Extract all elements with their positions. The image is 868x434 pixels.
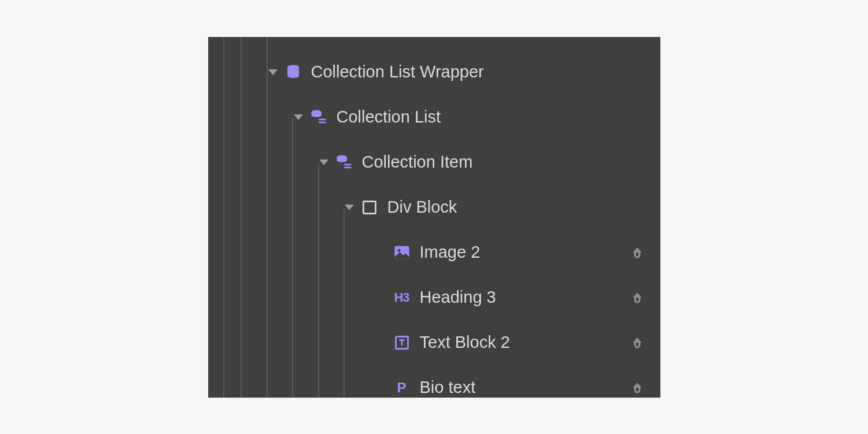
tree-node-collection-list[interactable]: Collection List [208, 95, 660, 140]
navigator-panel: Collection List Wrapper Collection List … [208, 37, 660, 398]
node-label: Bio text [420, 378, 476, 397]
node-label: Collection Item [362, 153, 473, 172]
svg-point-9 [397, 248, 400, 251]
chevron-down-icon[interactable] [294, 114, 303, 120]
node-label: Collection List Wrapper [311, 62, 484, 81]
node-label: Text Block 2 [420, 333, 510, 352]
tree-node-collection-list-wrapper[interactable]: Collection List Wrapper [208, 50, 660, 95]
image-icon [392, 243, 412, 262]
tree-node-text-block-2[interactable]: Text Block 2 [208, 320, 660, 365]
chevron-down-icon[interactable] [268, 69, 278, 75]
database-icon [283, 62, 303, 82]
tree-node-heading-3[interactable]: H3 Heading 3 [208, 275, 660, 320]
database-list-icon [334, 153, 354, 172]
binding-icon[interactable] [628, 333, 647, 352]
tree-node-bio-text[interactable]: P Bio text [208, 365, 660, 398]
chevron-down-icon[interactable] [345, 205, 354, 210]
node-label: Heading 3 [420, 288, 496, 307]
tree-node-div-block[interactable]: Div Block [208, 185, 660, 230]
text-block-icon [392, 333, 412, 353]
element-tree: Collection List Wrapper Collection List … [208, 37, 660, 398]
svg-rect-5 [344, 164, 352, 165]
svg-rect-2 [319, 118, 326, 120]
node-label: Image 2 [420, 243, 481, 262]
h3-icon: H3 [392, 288, 412, 307]
binding-icon[interactable] [628, 288, 647, 307]
binding-icon[interactable] [628, 243, 647, 262]
svg-rect-7 [363, 201, 375, 213]
chevron-down-icon[interactable] [319, 159, 328, 165]
node-label: Div Block [387, 198, 457, 217]
box-icon [360, 198, 379, 217]
database-list-icon [309, 107, 328, 127]
node-label: Collection List [337, 107, 441, 127]
tree-node-image-2[interactable]: Image 2 [208, 230, 660, 275]
svg-rect-3 [319, 121, 326, 123]
svg-rect-6 [344, 166, 352, 168]
tree-node-collection-item[interactable]: Collection Item [208, 140, 660, 185]
binding-icon[interactable] [628, 379, 647, 397]
paragraph-icon: P [392, 378, 412, 398]
